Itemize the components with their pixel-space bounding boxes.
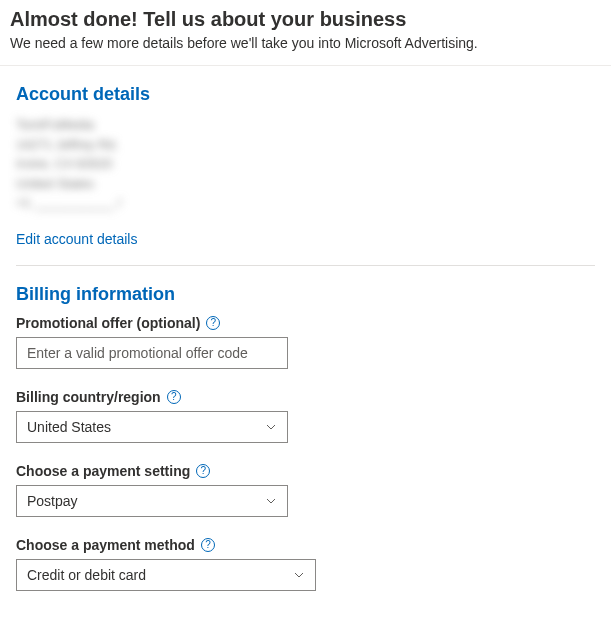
promo-label: Promotional offer (optional) [16,315,200,331]
help-icon[interactable]: ? [201,538,215,552]
payment-method-value: Credit or debit card [27,567,146,583]
account-details-heading: Account details [16,84,595,105]
help-icon[interactable]: ? [167,390,181,404]
account-country: United States [16,174,595,194]
billing-country-label: Billing country/region [16,389,161,405]
payment-setting-field: Choose a payment setting ? Postpay [16,463,595,517]
account-phone: +1 ___________ / [16,193,595,213]
billing-country-select[interactable]: United States [16,411,288,443]
account-panel: Account details TomiFuMedia 14271 Jeffre… [0,66,611,625]
chevron-down-icon [265,421,277,433]
page-subtitle: We need a few more details before we'll … [10,35,601,51]
chevron-down-icon [265,495,277,507]
billing-country-value: United States [27,419,111,435]
payment-method-field: Choose a payment method ? Credit or debi… [16,537,595,591]
billing-country-field: Billing country/region ? United States [16,389,595,443]
billing-section: Billing information Promotional offer (o… [16,284,595,615]
chevron-down-icon [293,569,305,581]
help-icon[interactable]: ? [196,464,210,478]
account-address-1: 14271 Jeffrey Rd. [16,135,595,155]
help-icon[interactable]: ? [206,316,220,330]
payment-setting-value: Postpay [27,493,78,509]
account-address-2: Irvine, CA 92620 [16,154,595,174]
promo-code-input[interactable] [16,337,288,369]
page-header: Almost done! Tell us about your business… [0,0,611,66]
payment-method-select[interactable]: Credit or debit card [16,559,316,591]
edit-account-details-link[interactable]: Edit account details [16,231,137,247]
account-details-readonly: TomiFuMedia 14271 Jeffrey Rd. Irvine, CA… [16,115,595,213]
account-name: TomiFuMedia [16,115,595,135]
payment-setting-select[interactable]: Postpay [16,485,288,517]
payment-method-label: Choose a payment method [16,537,195,553]
section-divider [16,265,595,266]
page-title: Almost done! Tell us about your business [10,8,601,31]
promo-field: Promotional offer (optional) ? [16,315,595,369]
billing-information-heading: Billing information [16,284,595,305]
payment-setting-label: Choose a payment setting [16,463,190,479]
